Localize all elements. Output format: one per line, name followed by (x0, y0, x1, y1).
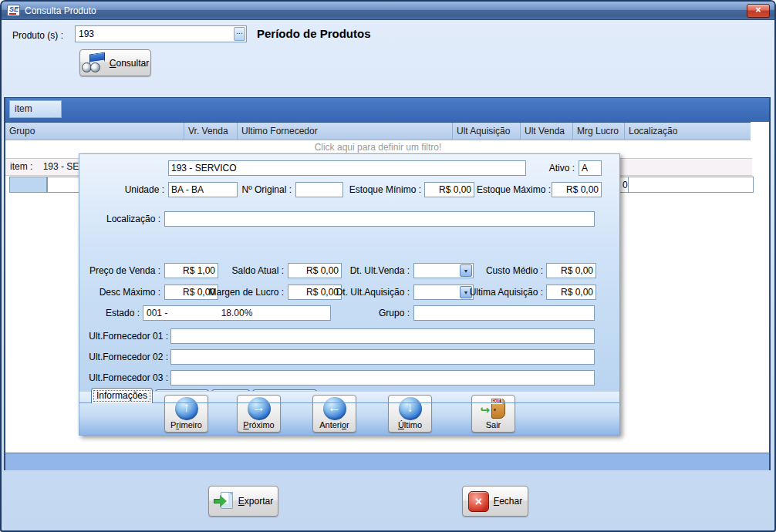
unidade-label: Unidade : (95, 184, 164, 195)
dialog-produto-input[interactable] (168, 160, 526, 176)
fechar-button[interactable]: × Fechar (462, 486, 528, 517)
consultar-button[interactable]: Consultar (79, 49, 151, 76)
primeiro-button[interactable]: ↑ Primeiro (164, 395, 208, 433)
grupo-label: Grupo : (365, 308, 410, 318)
column-header-ultimo-fornecedor[interactable]: Ultimo Fornecedor (238, 123, 453, 140)
dt-ult-venda-dropdown[interactable]: ▼ (413, 263, 474, 278)
ultima-aquisicao-label: Ultima Aquisição : (462, 287, 543, 298)
arrow-left-icon: ← (323, 397, 346, 420)
tab-strip-line (79, 402, 619, 403)
record-navigation-bar: ↑ Primeiro → Próximo ← Anterior ↓ Último (79, 391, 619, 435)
produto-lookup-button[interactable]: ... (234, 27, 245, 41)
ativo-label: Ativo : (536, 163, 575, 173)
exportar-button[interactable]: Exportar (208, 486, 278, 517)
custo-medio-input[interactable] (546, 263, 596, 278)
row-field-right[interactable] (628, 177, 754, 193)
tab-informacoes[interactable]: Informações (91, 388, 153, 403)
row-selector-cell[interactable] (9, 177, 47, 193)
dt-ult-aquisicao-label: Dt. Ult.Aquisição : (332, 287, 410, 298)
filter-hint-link[interactable]: Click aqui para definir um filtro! (5, 142, 751, 153)
row-text-fragment: 0 (622, 180, 628, 190)
estoque-minimo-input[interactable] (424, 182, 474, 197)
column-header-localizacao[interactable]: Localização (625, 123, 751, 140)
grupo-input[interactable] (413, 305, 595, 321)
saldo-atual-input[interactable] (288, 263, 342, 278)
margen-lucro-label: Margen de Lucro : (205, 287, 284, 298)
sair-button[interactable]: ↪ EXIT Sair (471, 395, 515, 433)
ativo-input[interactable] (579, 160, 602, 176)
ult-fornecedor-01-input[interactable] (170, 328, 595, 344)
ult-fornecedor-03-label: Ult.Fornecedor 03 : (82, 372, 168, 383)
sort-ascending-icon: ▵ (52, 105, 56, 113)
window-title: Consulta Produto (25, 5, 96, 16)
unidade-input[interactable] (168, 182, 238, 197)
desc-maximo-label: Desc Máximo : (83, 287, 160, 298)
periodo-title: Período de Produtos (257, 27, 371, 40)
dt-ult-venda-label: Dt. Ult.Venda : (346, 265, 410, 276)
ult-fornecedor-02-input[interactable] (170, 349, 595, 365)
proximo-button[interactable]: → Próximo (237, 395, 281, 433)
ellipsis-icon: ... (236, 27, 242, 35)
export-document-icon (214, 492, 234, 510)
preco-venda-input[interactable] (164, 263, 218, 278)
ultima-aquisicao-input[interactable] (546, 285, 596, 300)
consulta-produto-window: SE Consulta Produto × Produto (s) : ... … (0, 0, 776, 532)
anterior-button[interactable]: ← Anterior (312, 395, 356, 433)
no-original-input[interactable] (295, 182, 343, 197)
column-header-mrg-lucro[interactable]: Mrg Lucro (573, 123, 625, 140)
estoque-maximo-label: Estoque Máximo : (477, 184, 548, 195)
arrow-up-icon: ↑ (175, 397, 198, 420)
preco-venda-label: Preço de Venda : (83, 265, 160, 276)
produto-label: Produto (s) : (12, 30, 63, 41)
title-bar[interactable]: SE Consulta Produto × (2, 2, 774, 20)
custo-medio-label: Custo Médio : (479, 265, 543, 276)
ultimo-button[interactable]: ↓ Último (388, 395, 432, 433)
localizacao-input[interactable] (164, 211, 595, 227)
ult-fornecedor-02-label: Ult.Fornecedor 02 : (82, 352, 168, 362)
no-original-label: Nº Original : (234, 184, 292, 195)
estoque-maximo-input[interactable] (552, 182, 602, 197)
exit-door-icon: ↪ EXIT (481, 397, 507, 420)
column-header-grupo[interactable]: Grupo (5, 123, 184, 140)
chevron-down-icon[interactable]: ▼ (460, 264, 472, 277)
column-header-ult-venda[interactable]: Ult Venda (521, 123, 573, 140)
sort-tab-item[interactable]: item ▵ (9, 100, 62, 118)
saldo-atual-label: Saldo Atual : (224, 265, 284, 276)
column-header-vr-venda[interactable]: Vr. Venda (184, 123, 238, 140)
app-logo-icon: SE (7, 5, 20, 16)
estado-input[interactable]: 001 - 18.00% (143, 305, 331, 321)
grid-header-row: Grupo Vr. Venda Ultimo Fornecedor Ult Aq… (5, 122, 751, 140)
close-icon: × (755, 5, 761, 15)
ult-fornecedor-01-label: Ult.Fornecedor 01 : (82, 331, 168, 342)
localizacao-label: Localização : (93, 214, 160, 224)
produto-search-field: ... (75, 25, 247, 42)
produto-detail-dialog: Produto : Ativo : Unidade : Nº Original … (79, 153, 620, 436)
grid-footer-band (5, 453, 769, 470)
exportar-label: Exportar (238, 496, 273, 507)
produto-search-input[interactable] (75, 25, 247, 42)
binoculars-book-icon (82, 53, 105, 72)
estado-label: Estado : (93, 308, 140, 318)
fechar-label: Fechar (494, 496, 522, 507)
column-header-ult-aquisicao[interactable]: Ult Aquisição (453, 123, 521, 140)
window-frame: SE Consulta Produto × Produto (s) : ... … (0, 0, 776, 532)
arrow-right-icon: → (248, 397, 271, 420)
arrow-down-icon: ↓ (399, 397, 422, 420)
group-by-band: item ▵ (5, 97, 769, 122)
close-window-button[interactable]: × (747, 4, 770, 18)
ult-fornecedor-03-input[interactable] (170, 370, 595, 386)
estoque-minimo-label: Estoque Mínimo : (348, 184, 421, 195)
red-x-icon: × (468, 491, 489, 512)
consultar-label: Consultar (110, 58, 149, 69)
